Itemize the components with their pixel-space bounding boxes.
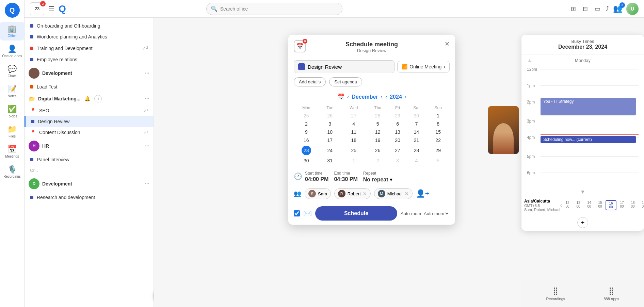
scroll-down-btn[interactable]: ▼ xyxy=(527,186,639,196)
channel-item-research[interactable]: Research and development xyxy=(25,192,154,203)
repeat-select[interactable]: No repeat ▾ xyxy=(363,176,392,183)
time-col-19[interactable]: 1900 xyxy=(638,200,644,210)
sidebar-item-notes[interactable]: 📝 Notes xyxy=(0,82,24,101)
cal-day-3-0[interactable]: 16 xyxy=(294,136,319,144)
sidebar-item-meetings[interactable]: 📅 Meetings xyxy=(0,142,24,161)
cal-day-4-1[interactable]: 24 xyxy=(319,144,341,157)
time-col-18[interactable]: 1800 xyxy=(627,200,638,210)
meeting-type-button[interactable]: 📶 Online Meeting › xyxy=(397,61,450,72)
cal-day-2-4[interactable]: 13 xyxy=(389,128,406,136)
busy-timeline[interactable]: 12pm 1pm 2pm You - IT Str xyxy=(521,66,644,196)
cal-day-0-6[interactable]: 1 xyxy=(426,112,450,120)
cal-day-2-6[interactable]: 15 xyxy=(426,128,450,136)
channel-item-workforce[interactable]: Workforce planning and Analytics xyxy=(25,31,154,42)
channel-item-onboarding[interactable]: On-boarding and Off-boarding xyxy=(25,20,154,31)
share-button[interactable]: ⤴ xyxy=(606,5,609,12)
cal-day-3-2[interactable]: 18 xyxy=(341,136,367,144)
cal-day-0-0[interactable]: 25 xyxy=(294,112,319,120)
channel-item-employee[interactable]: Employee relations xyxy=(25,54,154,65)
grid-view-icon[interactable]: ⊞ xyxy=(569,4,577,14)
time-col-14[interactable]: 1400 xyxy=(584,200,595,210)
meeting-title-field[interactable] xyxy=(308,64,390,70)
app-logo-top[interactable]: Q xyxy=(59,3,66,14)
development-more[interactable]: ··· xyxy=(145,70,149,76)
cal-day-5-0[interactable]: 30 xyxy=(294,157,319,165)
cal-day-3-6[interactable]: 22 xyxy=(426,136,450,144)
app-item-apps[interactable]: ⣿ 888 Apps xyxy=(603,287,619,301)
calendar-button[interactable]: 23 2 xyxy=(30,2,44,15)
schedule-button[interactable]: Schedule xyxy=(315,206,397,221)
time-col-15[interactable]: 1500 xyxy=(595,200,606,210)
cal-day-4-3[interactable]: 26 xyxy=(367,144,389,157)
cal-day-3-4[interactable]: 20 xyxy=(389,136,406,144)
time-col-13[interactable]: 1300 xyxy=(573,200,584,210)
cal-day-0-4[interactable]: 29 xyxy=(389,112,406,120)
channel-item-design-review[interactable]: Design Review xyxy=(25,116,154,127)
cal-day-1-3[interactable]: 5 xyxy=(367,120,389,128)
remove-michael-button[interactable]: ✕ xyxy=(405,191,409,196)
cal-day-0-1[interactable]: 26 xyxy=(319,112,341,120)
calendar-grid-icon[interactable]: 📅 xyxy=(337,93,344,101)
cal-day-0-3[interactable]: 28 xyxy=(367,112,389,120)
cal-day-3-5[interactable]: 21 xyxy=(406,136,426,144)
cal-day-3-3[interactable]: 19 xyxy=(367,136,389,144)
modal-close-button[interactable]: ✕ xyxy=(445,40,450,48)
cal-day-5-2[interactable]: 1 xyxy=(341,157,367,165)
set-agenda-button[interactable]: Set agenda xyxy=(329,77,362,86)
remove-robert-button[interactable]: ✕ xyxy=(363,191,367,196)
add-time-button[interactable]: + xyxy=(577,217,588,228)
app-item-recordings[interactable]: ⣿ Recordings xyxy=(546,287,565,301)
search-bar[interactable]: 🔍 xyxy=(206,3,342,15)
cal-day-1-4[interactable]: 6 xyxy=(389,120,406,128)
search-input[interactable] xyxy=(220,6,338,12)
channel-item-content[interactable]: 📍 Content Discussion ✓⁵ xyxy=(25,127,154,138)
cal-day-1-2[interactable]: 4 xyxy=(341,120,367,128)
channel-item-load-test[interactable]: Load Test xyxy=(25,81,154,92)
channel-item-panel[interactable]: Panel Interview xyxy=(25,154,154,165)
meeting-title-input[interactable] xyxy=(294,60,395,73)
cal-day-4-5[interactable]: 28 xyxy=(406,144,426,157)
cal-day-5-6[interactable]: 5 xyxy=(426,157,450,165)
cal-day-5-5[interactable]: 4 xyxy=(406,157,426,165)
prev-month-button[interactable]: ‹ xyxy=(347,94,349,100)
cal-day-5-1[interactable]: 31 xyxy=(319,157,341,165)
channel-item-seo[interactable]: 📍 SEO ✓¹ xyxy=(25,105,154,116)
time-col-12[interactable]: 1200 xyxy=(562,200,573,210)
sidebar-item-office[interactable]: 🏢 Office xyxy=(0,22,24,41)
cal-day-2-1[interactable]: 10 xyxy=(319,128,341,136)
cal-day-1-0[interactable]: 2 xyxy=(294,120,319,128)
people-button[interactable]: 👥 3 xyxy=(613,4,622,13)
cal-day-0-5[interactable]: 30 xyxy=(406,112,426,120)
next-year-button[interactable]: › xyxy=(405,94,406,100)
busy-scroll-up[interactable]: ▲ xyxy=(527,58,532,64)
sidebar-item-one-on-ones[interactable]: 👤 One-on-ones xyxy=(0,42,24,61)
cal-day-2-0[interactable]: 9 xyxy=(294,128,319,136)
layout-icon[interactable]: ⊟ xyxy=(581,4,589,14)
hr-more[interactable]: ··· xyxy=(145,143,149,149)
cal-day-2-5[interactable]: 14 xyxy=(406,128,426,136)
app-logo[interactable]: Q xyxy=(5,3,20,18)
user-avatar[interactable]: U xyxy=(626,3,639,15)
cal-day-4-0[interactable]: 23 xyxy=(294,144,319,157)
sidebar-item-recordings[interactable]: 🎙️ Recordings xyxy=(0,162,24,181)
cal-day-5-3[interactable]: 2 xyxy=(367,157,389,165)
cal-day-2-2[interactable]: 11 xyxy=(341,128,367,136)
add-section-btn[interactable]: + xyxy=(94,95,102,102)
cal-day-1-6[interactable]: 8 xyxy=(426,120,450,128)
time-col-17[interactable]: 1700 xyxy=(616,200,627,210)
add-attendee-button[interactable]: 👤+ xyxy=(416,189,430,198)
prev-year-button[interactable]: ‹ xyxy=(385,94,387,100)
cal-day-4-2[interactable]: 25 xyxy=(341,144,367,157)
cal-day-4-6[interactable]: 29 xyxy=(426,144,450,157)
hamburger-icon[interactable]: ☰ xyxy=(48,5,54,13)
cal-day-5-4[interactable]: 3 xyxy=(389,157,406,165)
digital-marketing-more[interactable]: ··· xyxy=(145,96,149,102)
end-time-value[interactable]: 04:30 PM xyxy=(334,176,357,182)
cal-day-1-5[interactable]: 7 xyxy=(406,120,426,128)
start-time-value[interactable]: 04:00 PM xyxy=(305,176,328,182)
auto-mom-dropdown[interactable]: Auto-mom xyxy=(422,211,450,216)
window-icon[interactable]: ▭ xyxy=(593,4,602,14)
add-details-button[interactable]: Add details xyxy=(294,77,326,86)
notify-checkbox[interactable] xyxy=(294,210,300,216)
channel-item-training[interactable]: Training and Development ✓² xyxy=(25,42,154,54)
